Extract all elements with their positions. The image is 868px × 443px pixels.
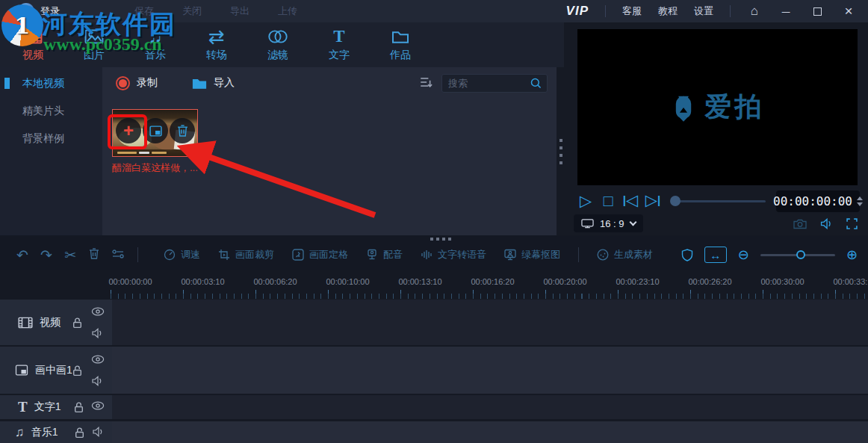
delete-button[interactable] — [82, 247, 106, 263]
menu-export[interactable]: 导出 — [230, 4, 249, 18]
shield-icon[interactable] — [681, 249, 693, 261]
monitor-icon — [581, 218, 594, 229]
timeline-resize-handle[interactable] — [430, 238, 451, 241]
tab-filter[interactable]: 滤镜 — [247, 22, 309, 67]
import-button[interactable]: 导入 — [192, 76, 235, 90]
menu-tutorial[interactable]: 教程 — [658, 4, 678, 18]
login-button[interactable]: 登录 — [40, 4, 60, 18]
timeline-zoom-slider[interactable] — [760, 254, 835, 256]
tab-text[interactable]: T 文字 — [309, 22, 370, 67]
track-video-header[interactable]: 视频 — [0, 300, 112, 345]
menu-save[interactable]: 保存 — [134, 4, 154, 18]
timeline-ruler[interactable]: 00:00:00:0000:00:03:10 00:00:06:2000:00:… — [94, 277, 868, 286]
menu-close-project[interactable]: 关闭 — [182, 4, 202, 18]
eye-icon[interactable] — [91, 307, 105, 316]
record-button[interactable]: 录制 — [116, 76, 158, 90]
sidebar-item-local-video[interactable]: 本地视频 — [0, 72, 102, 94]
track-music-header[interactable]: ♫ 音乐1 — [0, 421, 112, 443]
track-video-lane[interactable] — [112, 300, 868, 345]
maximize-icon — [813, 7, 822, 16]
add-to-timeline-button[interactable]: + — [116, 118, 141, 143]
tab-works[interactable]: 作品 — [370, 22, 431, 67]
track-text-lane[interactable] — [112, 395, 868, 419]
eye-icon[interactable] — [91, 401, 105, 410]
folder-icon — [391, 28, 409, 46]
timecode-stepper[interactable] — [857, 196, 863, 206]
track-pip-lane[interactable] — [112, 347, 868, 394]
sort-icon[interactable] — [419, 76, 433, 90]
film-icon — [18, 317, 33, 329]
pin-icon — [292, 249, 304, 261]
search-icon[interactable] — [530, 78, 542, 89]
lock-icon[interactable] — [74, 401, 84, 413]
aspect-ratio-value: 16 : 9 — [600, 218, 624, 229]
delete-clip-button[interactable] — [170, 118, 195, 143]
eye-icon[interactable] — [91, 355, 105, 364]
menu-support[interactable]: 客服 — [622, 4, 642, 18]
step-up-icon[interactable] — [857, 196, 863, 200]
panel-resize-handle[interactable] — [559, 139, 562, 164]
search-input[interactable] — [442, 78, 530, 89]
undo-button[interactable]: ↶ — [10, 247, 34, 264]
dubbing-button[interactable]: 配音 — [366, 248, 403, 261]
media-sidebar: 本地视频 精美片头 背景样例 — [0, 67, 102, 235]
step-down-icon[interactable] — [857, 202, 863, 206]
zoom-out-button[interactable]: ⊖ — [738, 247, 749, 263]
stop-button[interactable]: □ — [597, 190, 619, 211]
lock-icon[interactable] — [75, 427, 84, 439]
maximize-button[interactable] — [810, 5, 825, 18]
skip-end-button[interactable]: ▷| — [642, 190, 664, 212]
redo-button[interactable]: ↷ — [34, 247, 58, 264]
freeze-frame-button[interactable]: 画面定格 — [292, 248, 348, 261]
cut-button[interactable]: ✂ — [58, 247, 82, 264]
home-button[interactable]: ⌂ — [747, 4, 762, 19]
track-pip: 画中画1 — [0, 347, 868, 394]
green-screen-button[interactable]: 绿幕抠图 — [504, 248, 560, 261]
add-as-pip-button[interactable] — [143, 118, 168, 143]
track-volume-icon[interactable] — [92, 427, 105, 437]
menu-settings[interactable]: 设置 — [694, 4, 713, 18]
user-avatar[interactable] — [18, 3, 34, 19]
close-button[interactable]: × — [841, 3, 856, 19]
zoom-slider-handle[interactable] — [796, 250, 805, 259]
track-volume-icon[interactable] — [91, 376, 104, 386]
track-volume-icon[interactable] — [91, 328, 104, 338]
seek-handle[interactable] — [670, 196, 681, 206]
sidebar-item-intros[interactable]: 精美片头 — [0, 100, 102, 122]
preview-screen[interactable]: 爱拍 — [577, 29, 858, 185]
zoom-in-button[interactable]: ⊕ — [846, 247, 858, 263]
tab-music[interactable]: ♫ 音乐 — [125, 22, 186, 67]
speed-button[interactable]: 调速 — [164, 248, 200, 261]
track-music-lane[interactable] — [112, 421, 868, 443]
divider — [137, 247, 138, 262]
vip-badge[interactable]: VIP — [566, 4, 589, 19]
text-to-speech-button[interactable]: 文字转语音 — [421, 248, 486, 261]
aspect-ratio-dropdown[interactable]: 16 : 9 — [574, 214, 643, 232]
skip-start-button[interactable]: |◁ — [619, 190, 642, 212]
video-clip-card[interactable]: + 醋溜白菜这样做，... — [112, 109, 199, 175]
split-button[interactable] — [106, 247, 130, 263]
track-text-header[interactable]: T 文字1 — [0, 395, 112, 419]
generate-material-button[interactable]: 生成素材 — [597, 248, 653, 261]
volume-icon[interactable] — [820, 218, 833, 229]
minimize-button[interactable]: ─ — [778, 5, 793, 18]
music-icon: ♫ — [15, 425, 25, 440]
clip-thumbnail[interactable]: + — [112, 109, 198, 157]
crop-button[interactable]: 画面裁剪 — [218, 248, 274, 261]
tab-image[interactable]: 图片 — [63, 22, 125, 67]
preview-panel: 爱拍 ▷ □ |◁ ▷| 00:00:00:00 16 : 9 — [564, 22, 868, 235]
chroma-key-icon — [504, 249, 516, 261]
sidebar-item-backgrounds[interactable]: 背景样例 — [0, 128, 102, 149]
fit-timeline-button[interactable]: ↔ — [704, 247, 727, 263]
tab-video[interactable]: 视频 — [2, 22, 63, 67]
snapshot-camera-icon[interactable] — [793, 218, 807, 229]
seek-slider[interactable] — [672, 200, 766, 202]
menu-upload[interactable]: 上传 — [278, 4, 297, 18]
tab-transition[interactable]: ⇄ 转场 — [186, 22, 247, 67]
fullscreen-icon[interactable] — [846, 218, 858, 229]
play-button[interactable]: ▷ — [574, 190, 597, 211]
lock-icon[interactable] — [72, 365, 82, 377]
divider — [605, 5, 606, 17]
track-pip-header[interactable]: 画中画1 — [0, 347, 112, 394]
lock-icon[interactable] — [72, 317, 82, 329]
